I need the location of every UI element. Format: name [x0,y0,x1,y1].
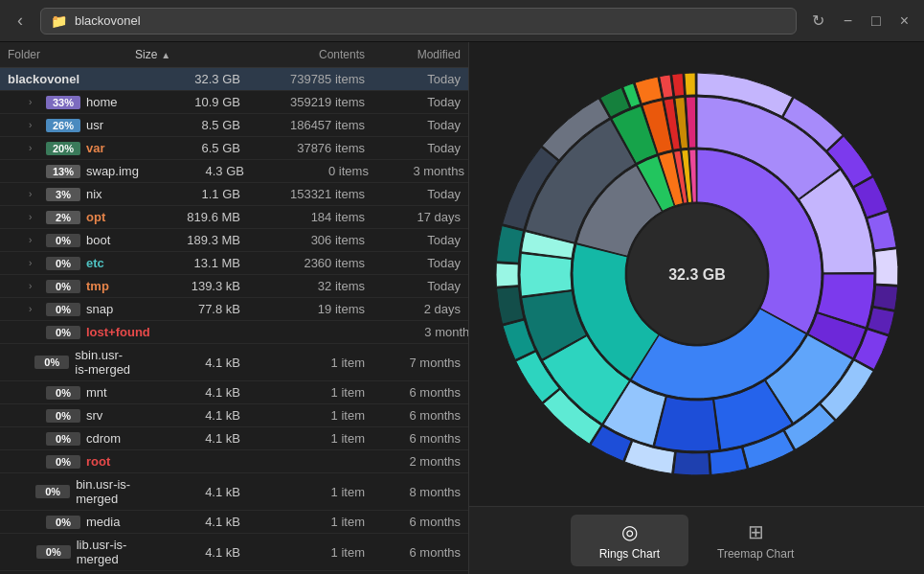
tab-rings-chart[interactable]: ◎ Rings Chart [571,515,688,566]
header-size: Size ▲ [135,48,240,61]
maximize-button[interactable]: □ [866,11,887,32]
expand-arrow-icon[interactable]: › [29,258,40,268]
size-cell: 4.1 kB [135,408,240,423]
size-cell: 77.8 kB [135,302,240,316]
expand-arrow-icon[interactable]: › [29,143,40,153]
percent-badge: 0% [34,356,69,369]
svg-line-16 [896,253,901,254]
svg-line-25 [831,424,834,427]
expand-arrow-icon[interactable]: › [29,120,40,130]
modified-cell: 6 months [365,431,461,446]
table-row[interactable]: ›20%var6.5 GB37876 itemsToday [0,137,468,160]
table-row[interactable]: ›0%tmp139.3 kB32 itemsToday [0,275,468,298]
filename-text: swap.img [86,164,139,178]
size-cell: 4.1 kB [135,485,240,499]
percent-badge: 33% [46,96,80,109]
modified-cell: Today [365,256,461,270]
svg-line-23 [859,392,863,395]
tab-treemap-chart[interactable]: ⊞ Treemap Chart [688,515,823,566]
svg-line-54 [544,136,548,139]
expand-arrow-icon[interactable]: › [29,281,40,291]
modified-cell: 3 months [369,164,464,178]
modified-cell: 8 months [365,485,461,499]
contents-cell: 1 item [240,408,365,423]
svg-line-36 [613,458,615,463]
svg-line-10 [846,136,850,139]
table-row[interactable]: 0%media4.1 kB1 item6 months [0,511,468,534]
svg-line-15 [893,231,898,232]
modified-cell: 6 months [365,385,461,400]
svg-line-53 [530,153,534,156]
contents-cell: 32 items [240,279,365,293]
svg-line-46 [492,295,497,296]
contents-cell: 2360 items [240,256,365,270]
table-row[interactable]: 0%mnt4.1 kB1 item6 months [0,381,468,404]
table-row[interactable]: ›0%etc13.1 MB2360 itemsToday [0,252,468,275]
table-row[interactable]: 0%lost+found3 months [0,321,468,344]
contents-cell: 0 items [244,164,369,178]
table-row[interactable]: 0%sbin.usr-is-merged4.1 kB1 item7 months [0,344,468,381]
modified-cell: Today [365,141,461,155]
search-bar[interactable]: 📁 blackovonel [40,8,797,34]
sort-arrow-icon: ▲ [161,50,170,60]
filename-text: sbin.usr-is-merged [75,348,135,377]
size-cell: 4.1 kB [135,545,240,560]
svg-line-7 [798,96,800,100]
minimize-button[interactable]: − [838,11,858,32]
percent-badge: 0% [46,386,80,400]
percent-badge: 0% [46,455,80,469]
contents-cell: 19 items [240,302,365,316]
modified-cell: 6 months [365,408,461,423]
file-name-cell: 0%bin.usr-is-merged [8,477,135,506]
expand-arrow-icon[interactable]: › [29,189,40,199]
main-layout: Folder Size ▲ Contents Modified blackovo… [0,42,924,574]
svg-line-26 [815,437,818,441]
expand-arrow-icon[interactable]: › [29,304,40,314]
contents-cell: 1 item [240,545,365,560]
table-row[interactable]: 0%lib.usr-is-merged4.1 kB1 item6 months [0,534,468,571]
svg-line-52 [518,172,522,174]
expand-arrow-icon[interactable]: › [29,235,40,245]
modified-cell: Today [365,118,461,132]
table-row[interactable]: 0%root2 months [0,450,468,473]
expand-arrow-icon[interactable]: › [29,97,40,107]
file-name-cell: ›0%snap [8,302,135,316]
table-row[interactable]: 0%bin.usr-is-merged4.1 kB1 item8 months [0,473,468,511]
svg-line-4 [738,73,739,78]
refresh-button[interactable]: ↻ [806,10,830,32]
file-name-cell: 0%lib.usr-is-merged [8,538,135,566]
table-row[interactable]: ›2%opt819.6 MB184 items17 days [0,206,468,229]
table-row[interactable]: ›0%boot189.3 MB306 itemsToday [0,229,468,252]
svg-line-43 [508,356,513,357]
modified-cell: 17 days [365,210,461,224]
percent-badge: 0% [46,234,80,247]
table-row[interactable]: ›3%nix1.1 GB153321 itemsToday [0,183,468,206]
table-row[interactable]: ›33%home10.9 GB359219 itemsToday [0,91,468,114]
percent-badge: 13% [46,165,80,178]
table-row[interactable]: ›0%snap77.8 kB19 items2 days [0,298,468,321]
svg-line-9 [831,121,834,125]
table-row[interactable]: ›26%usr8.5 GB186457 itemsToday [0,114,468,137]
table-row[interactable]: 0%cdrom4.1 kB1 item6 months [0,427,468,450]
window-controls: ↻ − □ × [806,10,914,32]
file-name-cell: 13%swap.img [8,164,139,178]
svg-line-48 [492,253,497,254]
file-name-cell: ›33%home [8,95,135,109]
back-button[interactable]: ‹ [10,7,31,34]
contents-cell: 306 items [240,233,365,247]
table-row[interactable]: 13%swap.img4.3 GB0 items3 months [0,160,468,183]
svg-line-49 [495,231,500,232]
percent-badge: 0% [36,545,71,559]
close-button[interactable]: × [894,11,914,32]
filename-text: opt [86,210,105,224]
table-row[interactable]: 0%srv4.1 kB1 item6 months [0,404,468,427]
filename-text: nix [86,187,102,201]
contents-cell: 1 item [240,515,365,529]
expand-arrow-icon[interactable]: › [29,212,40,222]
contents-cell: 1 item [240,356,365,370]
svg-line-20 [888,336,892,338]
svg-line-59 [633,79,635,83]
file-name-cell: 0%srv [8,408,135,423]
file-name-cell: 0%mnt [8,385,135,400]
table-row[interactable]: blackovonel32.3 GB739785 itemsToday [0,68,468,91]
